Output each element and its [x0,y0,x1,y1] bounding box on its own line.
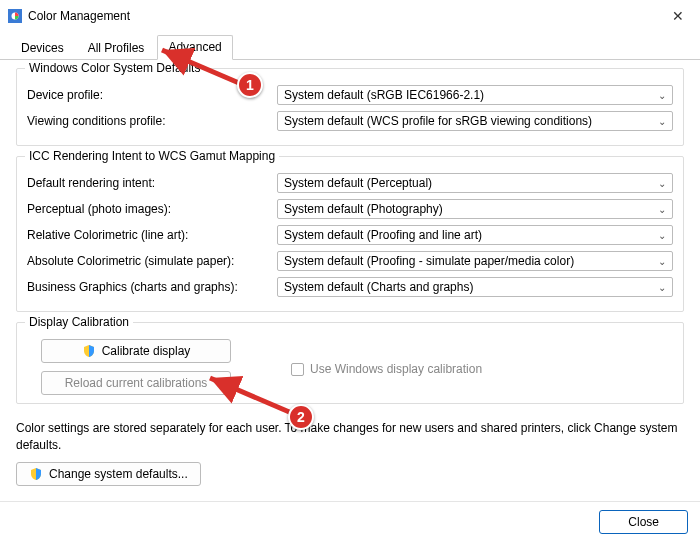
chevron-down-icon: ⌄ [658,230,666,241]
calibrate-display-label: Calibrate display [102,344,191,358]
group-wcs-title: Windows Color System Defaults [25,61,204,75]
device-profile-value: System default (sRGB IEC61966-2.1) [284,88,484,102]
tab-strip: Devices All Profiles Advanced [0,30,700,60]
tab-devices[interactable]: Devices [10,36,75,60]
viewing-conditions-value: System default (WCS profile for sRGB vie… [284,114,592,128]
tab-all-profiles[interactable]: All Profiles [77,36,156,60]
window-close-button[interactable]: ✕ [666,6,690,26]
app-icon [8,9,22,23]
chevron-down-icon: ⌄ [658,90,666,101]
default-intent-label: Default rendering intent: [27,176,277,190]
group-calibration-title: Display Calibration [25,315,133,329]
business-value: System default (Charts and graphs) [284,280,473,294]
absolute-value: System default (Proofing - simulate pape… [284,254,574,268]
reload-calibrations-label: Reload current calibrations [65,376,208,390]
checkbox-box-icon [291,363,304,376]
relative-dropdown[interactable]: System default (Proofing and line art) ⌄ [277,225,673,245]
window-title: Color Management [28,9,130,23]
group-display-calibration: Display Calibration Calibrate display Re… [16,322,684,404]
perceptual-label: Perceptual (photo images): [27,202,277,216]
tab-advanced[interactable]: Advanced [157,35,232,60]
viewing-conditions-label: Viewing conditions profile: [27,114,277,128]
close-button[interactable]: Close [599,510,688,534]
perceptual-value: System default (Photography) [284,202,443,216]
group-icc-mapping: ICC Rendering Intent to WCS Gamut Mappin… [16,156,684,312]
chevron-down-icon: ⌄ [658,256,666,267]
group-wcs-defaults: Windows Color System Defaults Device pro… [16,68,684,146]
use-windows-calibration-label: Use Windows display calibration [310,362,482,376]
default-intent-dropdown[interactable]: System default (Perceptual) ⌄ [277,173,673,193]
reload-calibrations-button[interactable]: Reload current calibrations [41,371,231,395]
dialog-button-bar: Close [0,501,700,542]
absolute-dropdown[interactable]: System default (Proofing - simulate pape… [277,251,673,271]
calibrate-display-button[interactable]: Calibrate display [41,339,231,363]
relative-label: Relative Colorimetric (line art): [27,228,277,242]
device-profile-dropdown[interactable]: System default (sRGB IEC61966-2.1) ⌄ [277,85,673,105]
use-windows-calibration-checkbox[interactable]: Use Windows display calibration [291,343,482,395]
footer-note: Color settings are stored separately for… [0,418,700,460]
business-dropdown[interactable]: System default (Charts and graphs) ⌄ [277,277,673,297]
viewing-conditions-dropdown[interactable]: System default (WCS profile for sRGB vie… [277,111,673,131]
device-profile-label: Device profile: [27,88,277,102]
chevron-down-icon: ⌄ [658,282,666,293]
perceptual-dropdown[interactable]: System default (Photography) ⌄ [277,199,673,219]
shield-icon [29,467,43,481]
group-icc-title: ICC Rendering Intent to WCS Gamut Mappin… [25,149,279,163]
title-bar: Color Management ✕ [0,0,700,30]
change-system-defaults-button[interactable]: Change system defaults... [16,462,201,486]
shield-icon [82,344,96,358]
business-label: Business Graphics (charts and graphs): [27,280,277,294]
change-system-defaults-label: Change system defaults... [49,467,188,481]
chevron-down-icon: ⌄ [658,178,666,189]
relative-value: System default (Proofing and line art) [284,228,482,242]
absolute-label: Absolute Colorimetric (simulate paper): [27,254,277,268]
chevron-down-icon: ⌄ [658,116,666,127]
default-intent-value: System default (Perceptual) [284,176,432,190]
chevron-down-icon: ⌄ [658,204,666,215]
